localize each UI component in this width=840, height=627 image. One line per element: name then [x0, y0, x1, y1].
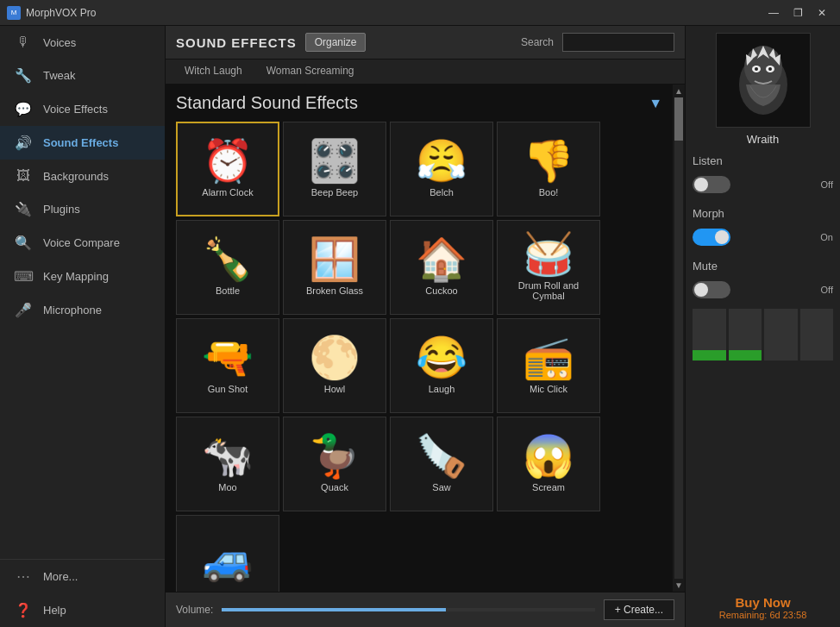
sound-item-beep-beep[interactable]: 🎛️ Beep Beep [283, 122, 386, 216]
remaining-text: Remaining: 6d 23:58 [719, 610, 807, 620]
sidebar-item-plugins[interactable]: 🔌 Plugins [0, 192, 165, 226]
sound-item-scream[interactable]: 😱 Scream [497, 417, 600, 511]
tabs-row: Witch Laugh Woman Screaming [166, 60, 685, 85]
sound-item-mic-click[interactable]: 📻 Mic Click [497, 318, 600, 413]
listen-toggle[interactable] [693, 176, 730, 193]
level-meters [693, 309, 833, 361]
volume-label: Volume: [176, 604, 213, 616]
sidebar-item-sound-effects[interactable]: 🔊 Sound Effects [0, 126, 165, 160]
howl-icon: 🌕 [309, 337, 360, 379]
laugh-icon: 😂 [416, 337, 467, 379]
scream-icon: 😱 [523, 436, 574, 477]
sound-grid: ⏰ Alarm Clock 🎛️ Beep Beep 😤 Belch 👎 Boo… [176, 122, 662, 592]
tab-woman-screaming[interactable]: Woman Screaming [254, 60, 367, 84]
organize-button[interactable]: Organize [305, 33, 367, 52]
sidebar-item-voice-compare[interactable]: 🔍 Voice Compare [0, 226, 165, 260]
sound-item-moo[interactable]: 🐄 Moo [176, 417, 279, 511]
section-heading-text: Standard Sound Effects [176, 93, 358, 113]
scroll-up-arrow[interactable]: ▲ [674, 86, 683, 96]
content-area: SOUND EFFECTS Organize Search Witch Laug… [166, 26, 685, 627]
create-button[interactable]: + Create... [604, 599, 674, 620]
sound-item-saw[interactable]: 🪚 Saw [390, 417, 493, 511]
minimize-button[interactable]: — [762, 4, 785, 22]
morph-toggle[interactable] [693, 229, 730, 246]
sound-item-belch[interactable]: 😤 Belch [390, 122, 493, 216]
key-mapping-icon: ⌨ [14, 268, 33, 285]
morph-row: On [693, 229, 833, 246]
panel-controls: Listen Off Morph On Mute Off [693, 154, 833, 298]
sound-item-quack[interactable]: 🦆 Quack [283, 417, 386, 511]
car-icon: 🚙 [202, 539, 254, 580]
main-layout: 🎙 Voices 🔧 Tweak 💬 Voice Effects 🔊 Sound… [0, 26, 840, 627]
sidebar-item-backgrounds[interactable]: 🖼 Backgrounds [0, 160, 165, 192]
mute-toggle-knob [694, 283, 708, 297]
boo-icon: 👎 [523, 141, 574, 182]
app-icon: M [7, 6, 21, 20]
buy-now-button[interactable]: Buy Now [719, 595, 807, 610]
avatar-box [716, 33, 811, 128]
avatar-image [724, 41, 802, 119]
microphone-icon: 🎤 [14, 302, 33, 318]
more-icon: ⋯ [14, 568, 33, 585]
search-input[interactable] [562, 33, 674, 52]
scrollbar-thumb[interactable] [674, 97, 683, 141]
volume-fill [222, 608, 445, 611]
sidebar-item-help[interactable]: ❓ Help [0, 593, 165, 627]
drum-roll-icon: 🥁 [523, 234, 574, 275]
scroll-down-arrow[interactable]: ▼ [674, 580, 683, 590]
sidebar-item-microphone[interactable]: 🎤 Microphone [0, 293, 165, 327]
moo-icon: 🐄 [202, 436, 254, 477]
section-title: SOUND EFFECTS [176, 35, 297, 50]
sidebar: 🎙 Voices 🔧 Tweak 💬 Voice Effects 🔊 Sound… [0, 26, 166, 627]
morph-label: Morph [693, 207, 833, 220]
sound-item-broken-glass[interactable]: 🪟 Broken Glass [283, 220, 386, 315]
sound-item-gun-shot[interactable]: 🔫 Gun Shot [176, 318, 279, 413]
cuckoo-label: Cuckoo [425, 285, 457, 296]
sidebar-item-voices[interactable]: 🎙 Voices [0, 26, 165, 59]
tweak-icon: 🔧 [14, 67, 33, 84]
cuckoo-icon: 🏠 [416, 239, 467, 280]
moo-label: Moo [218, 482, 236, 492]
plugins-icon: 🔌 [14, 201, 33, 217]
drum-roll-label: Drum Roll and Cymbal [503, 280, 594, 301]
tab-witch-laugh[interactable]: Witch Laugh [172, 60, 254, 84]
sound-item-bottle[interactable]: 🍾 Bottle [176, 220, 279, 315]
voice-compare-icon: 🔍 [14, 235, 33, 251]
sound-item-car[interactable]: 🚙 [176, 515, 279, 592]
sound-item-cuckoo[interactable]: 🏠 Cuckoo [390, 220, 493, 315]
laugh-label: Laugh [429, 384, 455, 394]
close-button[interactable]: ✕ [811, 4, 833, 22]
mic-click-label: Mic Click [530, 384, 567, 394]
maximize-button[interactable]: ❐ [787, 4, 809, 22]
listen-toggle-knob [694, 178, 708, 191]
howl-label: Howl [324, 384, 345, 394]
sidebar-item-more[interactable]: ⋯ More... [0, 560, 165, 593]
sidebar-item-key-mapping[interactable]: ⌨ Key Mapping [0, 260, 165, 293]
saw-label: Saw [432, 482, 450, 492]
sound-item-alarm-clock[interactable]: ⏰ Alarm Clock [176, 122, 279, 216]
belch-label: Belch [429, 187, 454, 198]
quack-icon: 🦆 [309, 436, 360, 477]
sound-item-boo[interactable]: 👎 Boo! [497, 122, 600, 216]
volume-bar: Volume: + Create... [166, 592, 685, 627]
scream-label: Scream [532, 482, 565, 492]
listen-row: Off [693, 176, 833, 193]
content-header: SOUND EFFECTS Organize Search [166, 26, 685, 60]
sound-item-laugh[interactable]: 😂 Laugh [390, 318, 493, 413]
mute-toggle[interactable] [693, 281, 730, 298]
sidebar-item-voice-effects[interactable]: 💬 Voice Effects [0, 92, 165, 126]
help-icon: ❓ [14, 602, 33, 618]
voice-effects-icon: 💬 [14, 101, 33, 117]
custom-scrollbar[interactable]: ▲ ▼ [673, 85, 685, 592]
saw-icon: 🪚 [416, 436, 467, 477]
sound-item-drum-roll[interactable]: 🥁 Drum Roll and Cymbal [497, 220, 600, 315]
grid-scroll-area[interactable]: Standard Sound Effects ▼ ⏰ Alarm Clock 🎛… [166, 85, 673, 592]
volume-slider[interactable] [222, 608, 594, 611]
sidebar-bottom: ⋯ More... ❓ Help [0, 559, 165, 627]
sound-item-howl[interactable]: 🌕 Howl [283, 318, 386, 413]
gun-shot-label: Gun Shot [208, 384, 248, 394]
morph-state: On [820, 232, 833, 242]
scrollbar-track[interactable] [674, 97, 683, 579]
gun-shot-icon: 🔫 [202, 337, 254, 379]
sidebar-item-tweak[interactable]: 🔧 Tweak [0, 59, 165, 92]
